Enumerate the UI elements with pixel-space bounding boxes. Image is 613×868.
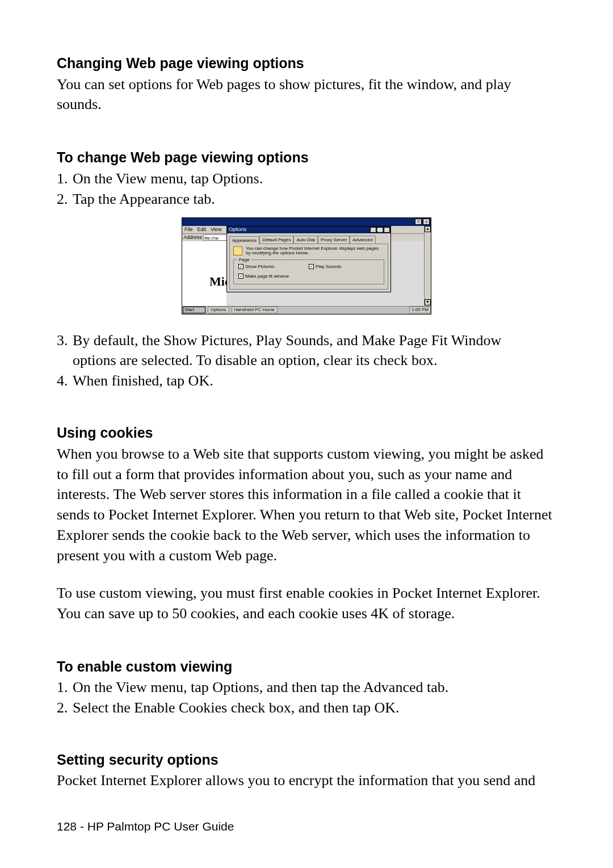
step-4-text: When finished, tap OK. bbox=[73, 371, 556, 391]
checkbox-show-pictures[interactable]: ✓ bbox=[238, 264, 243, 269]
heading-security-options: Setting security options bbox=[57, 750, 556, 770]
menu-view[interactable]: View bbox=[211, 226, 221, 233]
window-close-button[interactable]: × bbox=[423, 219, 430, 225]
hint-text: You can change how Pocket Internet Explo… bbox=[246, 246, 384, 257]
dialog-close-button[interactable]: × bbox=[384, 227, 390, 233]
step-2-text: Tap the Appearance tab. bbox=[73, 189, 556, 209]
label-play-sounds: Play Sounds bbox=[316, 263, 341, 270]
screenshot-options-dialog: ? × File Edit View Address file://\w Mic… bbox=[182, 217, 431, 315]
options-dialog: Options ? OK × Appearance Default Pages … bbox=[226, 226, 391, 293]
vertical-scrollbar[interactable]: ▲ ▼ bbox=[424, 226, 431, 305]
tab-proxy-server[interactable]: Proxy Server bbox=[318, 236, 350, 244]
start-button[interactable]: Start bbox=[183, 307, 205, 313]
checkbox-play-sounds[interactable]: ✓ bbox=[309, 264, 314, 269]
menu-edit[interactable]: Edit bbox=[198, 226, 207, 233]
scroll-up-icon[interactable]: ▲ bbox=[425, 226, 431, 232]
dialog-help-button[interactable]: ? bbox=[370, 227, 376, 233]
heading-to-change: To change Web page viewing options bbox=[57, 148, 556, 167]
step-3-text-a: By default, the Show Pictures, Play Soun… bbox=[73, 330, 556, 351]
taskbar-task-options[interactable]: Options bbox=[208, 307, 229, 313]
step-1-text: On the View menu, tap Options. bbox=[73, 169, 556, 189]
enable-step-2-text: Select the Enable Cookies check box, and… bbox=[73, 698, 556, 718]
tab-body-appearance: You can change how Pocket Internet Explo… bbox=[229, 244, 388, 290]
page-left-column: Mic bbox=[182, 241, 226, 306]
para-cookies-1: When you browse to a Web site that suppo… bbox=[57, 444, 556, 566]
tab-appearance[interactable]: Appearance bbox=[229, 236, 259, 244]
page-footer: 128 - HP Palmtop PC User Guide bbox=[57, 819, 234, 835]
heading-enable-custom: To enable custom viewing bbox=[57, 657, 556, 677]
tab-advanced[interactable]: Advanced bbox=[350, 236, 376, 244]
footer-title: HP Palmtop PC User Guide bbox=[87, 820, 234, 833]
window-titlebar: ? × bbox=[182, 218, 431, 226]
label-show-pictures: Show Pictures bbox=[245, 263, 274, 270]
enable-step-1-text: On the View menu, tap Options, and then … bbox=[73, 677, 556, 698]
tab-default-pages[interactable]: Default Pages bbox=[259, 236, 293, 244]
address-label: Address bbox=[183, 234, 202, 241]
para-cookies-2: To use custom viewing, you must first en… bbox=[57, 583, 556, 624]
step-2-number: 2. bbox=[57, 189, 73, 209]
para-changing-options: You can set options for Web pages to sho… bbox=[57, 74, 556, 115]
footer-page-number: 128 bbox=[57, 820, 77, 833]
label-fit-window: Make page fit window bbox=[245, 273, 289, 279]
step-3-number: 3. bbox=[57, 330, 73, 351]
dialog-tabs: Appearance Default Pages Auto Dial Proxy… bbox=[227, 233, 391, 244]
enable-step-1-number: 1. bbox=[57, 677, 73, 698]
system-tray: 1:05 PM bbox=[409, 307, 431, 313]
dialog-title: Options bbox=[229, 226, 246, 233]
heading-changing-options: Changing Web page viewing options bbox=[57, 53, 556, 73]
step-4-number: 4. bbox=[57, 371, 73, 391]
footer-separator: - bbox=[77, 820, 87, 833]
menu-file[interactable]: File bbox=[184, 226, 193, 233]
step-1-number: 1. bbox=[57, 169, 73, 189]
para-security: Pocket Internet Explorer allows you to e… bbox=[57, 770, 556, 791]
scroll-down-icon[interactable]: ▼ bbox=[425, 299, 431, 305]
group-legend-page: Page bbox=[237, 257, 251, 263]
enable-step-2-number: 2. bbox=[57, 698, 73, 718]
window-help-button[interactable]: ? bbox=[415, 219, 422, 225]
taskbar-task-home[interactable]: Handheld PC Home bbox=[232, 307, 278, 313]
dialog-ok-button[interactable]: OK bbox=[377, 227, 383, 233]
taskbar: Start Options Handheld PC Home 1:05 PM bbox=[182, 306, 431, 314]
hint-icon bbox=[233, 246, 242, 255]
tray-clock: 1:05 PM bbox=[412, 307, 429, 313]
heading-using-cookies: Using cookies bbox=[57, 423, 556, 443]
step-3-text-b: options are selected. To disable an opti… bbox=[73, 350, 556, 371]
tab-auto-dial[interactable]: Auto Dial bbox=[293, 236, 317, 244]
checkbox-fit-window[interactable]: ✓ bbox=[238, 274, 243, 279]
